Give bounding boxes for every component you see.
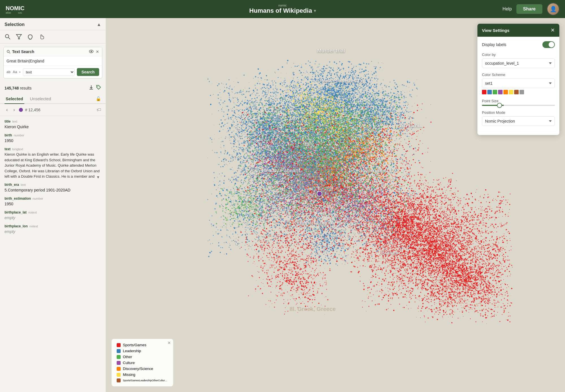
results-count: 145,748 results — [5, 86, 32, 90]
preview-button[interactable] — [89, 49, 94, 54]
header: NOMIC atlas beta nomic Humans of Wikiped… — [0, 0, 565, 18]
aa-button[interactable]: Aa — [13, 70, 17, 74]
tab-unselected[interactable]: Unselected — [29, 94, 52, 104]
point-size-slider[interactable] — [482, 105, 555, 106]
svg-text:beta: beta — [18, 12, 22, 14]
search-tool-button[interactable] — [5, 34, 11, 40]
legend-leadership-label: Leadership — [123, 349, 141, 353]
avatar[interactable]: 👤 — [547, 3, 559, 15]
color-by-label: Color by — [482, 53, 555, 57]
color-scheme-label: Color Scheme — [482, 73, 555, 77]
field-birth-value: 1950 — [5, 138, 101, 144]
download-button[interactable] — [89, 85, 94, 91]
type-select[interactable]: text longtext number — [23, 68, 75, 76]
ab-button[interactable]: ab — [6, 70, 10, 74]
map-area[interactable]: Murder trial Miscellaneous (5) Law Italy… — [106, 18, 565, 392]
view-settings-close-button[interactable]: ✕ — [551, 27, 555, 33]
field-birth-era-value: 5.Contemporary period 1901-2020AD — [5, 187, 101, 193]
field-text-value: Kieron Quirke is an English writer. Earl… — [5, 152, 101, 179]
svg-marker-5 — [16, 34, 21, 39]
selected-point — [317, 191, 322, 197]
prev-record-button[interactable]: ‹ — [5, 107, 9, 113]
legend-sports-label: Sports/Games — [123, 343, 146, 347]
color-scheme-section: Color Scheme set1 — [482, 73, 555, 94]
swatch-gray — [520, 90, 524, 94]
search-icon — [5, 34, 11, 40]
lasso-tool-button[interactable] — [27, 34, 33, 40]
filter-tool-button[interactable] — [16, 34, 22, 40]
results-actions — [89, 85, 101, 91]
results-row: 145,748 results — [0, 82, 106, 94]
field-birthplace-lat: birthplace_lat notext empty — [5, 210, 101, 221]
field-text: text longtext Kieron Quirke is an Englis… — [5, 147, 101, 179]
swatch-blue — [487, 90, 492, 94]
field-birth: birth number 1950 — [5, 133, 101, 144]
search-box-header: Text Search ✕ — [4, 47, 102, 56]
tool-icons — [0, 30, 106, 43]
search-input[interactable] — [6, 59, 99, 63]
search-box-title: Text Search — [6, 49, 34, 54]
view-settings-panel: View Settings ✕ Display labels Color by … — [477, 24, 559, 135]
close-search-button[interactable]: ✕ — [96, 49, 99, 54]
record-nav: ‹ › # 12,456 🏷 — [0, 104, 106, 116]
legend-missing-label: Missing — [123, 373, 135, 377]
selection-title: Selection — [5, 22, 25, 27]
legend-item-other: Other — [117, 355, 168, 359]
dot-button[interactable]: • — [19, 70, 20, 74]
slider-container — [482, 105, 555, 106]
lasso-icon — [27, 34, 33, 40]
tag-results-button[interactable] — [96, 85, 101, 91]
legend-other-label: Other — [123, 355, 132, 359]
search-button[interactable]: Search — [77, 68, 99, 76]
project-title[interactable]: Humans of Wikipedia ▾ — [249, 7, 316, 14]
svg-point-9 — [91, 51, 92, 52]
legend-other-color — [117, 355, 121, 359]
download-icon — [89, 85, 94, 90]
tab-selected[interactable]: Selected — [5, 94, 24, 104]
help-button[interactable]: Help — [503, 6, 512, 12]
next-record-button[interactable]: › — [12, 107, 16, 113]
field-birthplace-lat-value: empty — [5, 215, 101, 221]
svg-text:NOMIC: NOMIC — [6, 5, 25, 11]
field-birthplace-lon-value: empty — [5, 229, 101, 235]
swatch-green — [493, 90, 497, 94]
legend-item-combo: Sports/GamesLeadershipOtherCultureDiscov… — [117, 378, 168, 382]
color-by-section: Color by occupation_level_1 — [482, 53, 555, 68]
display-labels-label: Display labels — [482, 42, 506, 47]
legend-discovery-color — [117, 367, 121, 371]
svg-point-11 — [97, 86, 98, 87]
avatar-image: 👤 — [547, 3, 559, 15]
display-labels-toggle[interactable] — [542, 41, 555, 48]
share-button[interactable]: Share — [516, 4, 542, 14]
legend: ✕ Sports/Games Leadership Other Culture … — [112, 339, 173, 386]
color-scheme-select[interactable]: set1 — [482, 79, 555, 88]
svg-point-3 — [5, 34, 9, 38]
legend-missing-color — [117, 373, 121, 377]
legend-discovery-label: Discovery/Science — [123, 367, 153, 371]
header-right: Help Share 👤 — [503, 3, 559, 15]
header-center: nomic Humans of Wikipedia ▾ — [249, 4, 316, 14]
color-by-select[interactable]: occupation_level_1 — [482, 58, 555, 68]
display-labels-row: Display labels — [482, 41, 555, 48]
expand-text-button[interactable]: ▼ — [95, 175, 101, 179]
selection-header: Selection ▲ — [0, 18, 106, 30]
collapse-button[interactable]: ▲ — [97, 22, 101, 27]
swatch-red — [482, 90, 486, 94]
text-search-box: Text Search ✕ ab Aa • — [3, 47, 102, 79]
hand-tool-button[interactable] — [38, 34, 45, 40]
position-mode-label: Position Mode — [482, 110, 555, 115]
legend-close-button[interactable]: ✕ — [168, 341, 171, 345]
filter-icon — [16, 34, 22, 40]
legend-combo-label: Sports/GamesLeadershipOtherCultureDiscov… — [123, 379, 168, 382]
position-mode-select[interactable]: Nomic Projection — [482, 116, 555, 126]
record-id: # 12,456 — [25, 108, 94, 112]
record-tag-button[interactable]: 🏷 — [97, 107, 101, 112]
search-box-actions: ✕ — [89, 49, 99, 54]
main-layout: Selection ▲ — [0, 18, 565, 392]
search-type-row: ab Aa • text longtext number Search — [4, 66, 102, 78]
logo: NOMIC atlas beta — [6, 4, 28, 14]
legend-culture-color — [117, 361, 121, 365]
app-name: nomic — [249, 4, 316, 7]
svg-line-7 — [9, 53, 10, 53]
lock-button[interactable]: 🔓 — [96, 96, 101, 101]
